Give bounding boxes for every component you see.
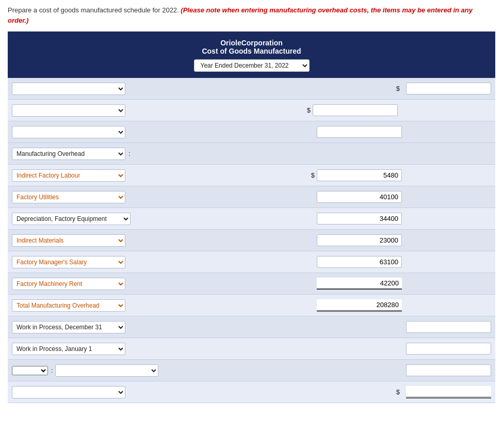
depreciation-input[interactable]: [317, 213, 402, 225]
form-row-2: Direct Materials Direct Labour Manufactu…: [8, 100, 495, 121]
row3-input-col: [317, 126, 402, 138]
machinery-rent-select[interactable]: Factory Machinery Rent Indirect Factory …: [12, 278, 125, 290]
final-select[interactable]: Cost of Goods Manufactured Total Manufac…: [12, 386, 125, 398]
overhead-label-col: Manufacturing Overhead Direct Materials …: [12, 148, 146, 160]
wip-dec31-input[interactable]: [406, 321, 491, 333]
factory-utilities-input-col: [317, 191, 402, 203]
factory-utilities-label-col: Factory Utilities Indirect Factory Labou…: [12, 191, 146, 203]
row1-input-col: [406, 83, 491, 94]
factory-utilities-row: Factory Utilities Indirect Factory Labou…: [8, 186, 495, 208]
combo-mid-col: Direct Materials Used Total Manufacturin…: [55, 364, 164, 377]
row2-label-col: Direct Materials Direct Labour Manufactu…: [12, 104, 146, 117]
total-overhead-select[interactable]: Total Manufacturing Overhead Indirect Fa…: [12, 299, 125, 312]
depreciation-input-col: [317, 213, 402, 225]
form-row-3: Direct Materials Direct Labour Manufactu…: [8, 121, 495, 143]
combo-colon: :: [51, 366, 53, 374]
wip-jan1-label-col: Work in Process, January 1 Direct Materi…: [12, 343, 146, 355]
year-select[interactable]: Year Ended December 31, 2022: [194, 59, 310, 72]
depreciation-select[interactable]: Depreciation, Factory Equipment Indirect…: [12, 213, 131, 225]
factory-utilities-select[interactable]: Factory Utilities Indirect Factory Labou…: [12, 191, 125, 203]
wip-jan1-input-col: [406, 343, 491, 355]
report-title: Cost of Goods Manufactured: [13, 47, 490, 55]
manager-salary-label-col: Factory Manager's Salary Indirect Factor…: [12, 256, 146, 268]
wip-jan1-input[interactable]: [406, 343, 491, 355]
indirect-materials-label-col: Indirect Materials Indirect Factory Labo…: [12, 234, 146, 247]
machinery-rent-row: Factory Machinery Rent Indirect Factory …: [8, 273, 495, 295]
company-name: OrioleCorporation: [13, 39, 490, 47]
overhead-label-row: Manufacturing Overhead Direct Materials …: [8, 143, 495, 165]
row1-input[interactable]: [406, 83, 491, 94]
manager-salary-row: Factory Manager's Salary Indirect Factor…: [8, 251, 495, 273]
final-input-col: [406, 386, 491, 398]
depreciation-row: Depreciation, Factory Equipment Indirect…: [8, 208, 495, 230]
indirect-labour-dollar: $: [304, 171, 315, 179]
indirect-labour-select[interactable]: Indirect Factory Labour Factory Utilitie…: [12, 169, 125, 182]
manager-salary-select[interactable]: Factory Manager's Salary Indirect Factor…: [12, 256, 125, 268]
depreciation-label-col: Depreciation, Factory Equipment Indirect…: [12, 213, 146, 225]
indirect-materials-select[interactable]: Indirect Materials Indirect Factory Labo…: [12, 234, 125, 247]
report-header: OrioleCorporation Cost of Goods Manufact…: [8, 31, 495, 78]
wip-dec31-row: Work in Process, December 31 Direct Mate…: [8, 316, 495, 338]
row2-dollar: $: [300, 106, 311, 114]
row2-input[interactable]: [313, 104, 398, 116]
indirect-labour-row: Indirect Factory Labour Factory Utilitie…: [8, 165, 495, 186]
row3-label-col: Direct Materials Direct Labour Manufactu…: [12, 126, 146, 138]
factory-utilities-input[interactable]: [317, 191, 402, 203]
form-area: Direct Materials Direct Labour Manufactu…: [8, 78, 495, 403]
wip-dec31-select[interactable]: Work in Process, December 31 Direct Mate…: [12, 321, 125, 333]
combo-right-select[interactable]: Direct Materials Used Total Manufacturin…: [55, 364, 158, 377]
machinery-rent-input-col: [317, 278, 402, 290]
wip-jan1-row: Work in Process, January 1 Direct Materi…: [8, 338, 495, 360]
overhead-select[interactable]: Manufacturing Overhead Direct Materials …: [12, 148, 125, 160]
indirect-materials-input-col: [317, 234, 402, 246]
total-overhead-input[interactable]: [317, 299, 402, 312]
final-dollar-sign: $: [390, 388, 400, 396]
wip-dec31-input-col: [406, 321, 491, 333]
combo-label-col: Add Less :: [12, 366, 53, 375]
row2-input-col: [313, 104, 398, 116]
final-label-col: Cost of Goods Manufactured Total Manufac…: [12, 386, 146, 398]
total-overhead-input-col: [317, 299, 402, 312]
row3-select[interactable]: Direct Materials Direct Labour Manufactu…: [12, 126, 125, 138]
indirect-labour-label-col: Indirect Factory Labour Factory Utilitie…: [12, 169, 146, 182]
combo-left-select[interactable]: Add Less: [12, 366, 48, 375]
instruction-text: Prepare a cost of goods manufactured sch…: [8, 5, 495, 25]
row1-label-col: Direct Materials Direct Labour Manufactu…: [12, 83, 146, 95]
manager-salary-input-col: [317, 256, 402, 268]
combo-row: Add Less : Direct Materials Used Total M…: [8, 360, 495, 381]
manager-salary-input[interactable]: [317, 256, 402, 268]
total-overhead-label-col: Total Manufacturing Overhead Indirect Fa…: [12, 299, 146, 312]
indirect-materials-input[interactable]: [317, 234, 402, 246]
indirect-labour-input-col: [317, 169, 402, 181]
machinery-rent-label-col: Factory Machinery Rent Indirect Factory …: [12, 278, 146, 290]
wip-dec31-label-col: Work in Process, December 31 Direct Mate…: [12, 321, 146, 333]
indirect-labour-input[interactable]: [317, 169, 402, 181]
combo-input-col: [406, 364, 491, 376]
combo-input[interactable]: [406, 364, 491, 376]
wip-jan1-select[interactable]: Work in Process, January 1 Direct Materi…: [12, 343, 125, 355]
form-row-1: Direct Materials Direct Labour Manufactu…: [8, 78, 495, 100]
year-select-wrapper: Year Ended December 31, 2022: [194, 59, 310, 72]
row3-input[interactable]: [317, 126, 402, 138]
indirect-materials-row: Indirect Materials Indirect Factory Labo…: [8, 230, 495, 251]
row2-select[interactable]: Direct Materials Direct Labour Manufactu…: [12, 104, 125, 117]
overhead-colon: :: [128, 150, 131, 157]
row1-dollar: $: [390, 85, 400, 92]
instruction-main: Prepare a cost of goods manufactured sch…: [8, 6, 179, 14]
total-overhead-row: Total Manufacturing Overhead Indirect Fa…: [8, 295, 495, 316]
final-row: Cost of Goods Manufactured Total Manufac…: [8, 381, 495, 403]
machinery-rent-input[interactable]: [317, 278, 402, 290]
row1-select[interactable]: Direct Materials Direct Labour Manufactu…: [12, 83, 125, 95]
final-input[interactable]: [406, 386, 491, 398]
